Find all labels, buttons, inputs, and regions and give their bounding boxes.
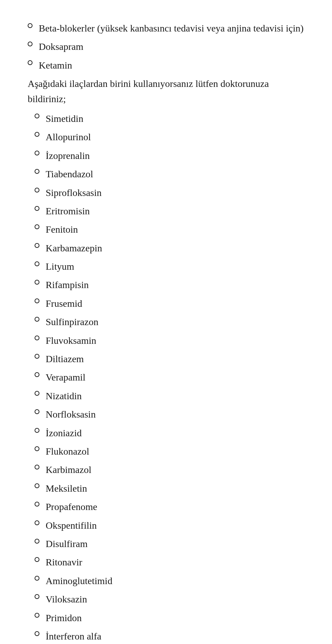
list-item: Frusemid (35, 296, 304, 311)
list-item: Allopurinol (35, 129, 304, 144)
list-item: Meksiletin (35, 481, 304, 496)
section-intro-text: Aşağıdaki ilaçlardan birini kullanıyorsa… (28, 76, 304, 106)
bullet-text: İzoprenalin (46, 148, 90, 163)
bullet-text: İnterferon alfa (46, 629, 101, 644)
bullet-text: Propafenome (46, 499, 97, 514)
list-item: Fluvoksamin (35, 333, 304, 348)
bullet-text: Doksapram (39, 39, 83, 54)
bullet-icon (35, 594, 39, 599)
list-item: Karbimazol (35, 462, 304, 477)
bullet-text: Ritonavir (46, 555, 82, 570)
bullet-icon (35, 317, 39, 322)
bullet-icon (35, 557, 39, 562)
bullet-text: Disulfiram (46, 536, 87, 551)
bullet-text: Sulfinpirazon (46, 314, 98, 329)
bullet-text: İzoniazid (46, 426, 82, 440)
bullet-icon (28, 23, 33, 28)
list-item: Eritromisin (35, 204, 304, 218)
bullet-icon (35, 354, 39, 359)
bullet-text: Meksiletin (46, 481, 87, 496)
content-area: Beta-blokerler (yüksek kanbasıncı tedavi… (28, 21, 304, 644)
bullet-text: Fluvoksamin (46, 333, 96, 348)
bullet-icon (35, 280, 39, 285)
list-item: Karbamazepin (35, 241, 304, 256)
bullet-text: Rifampisin (46, 277, 89, 292)
bullet-text: Tiabendazol (46, 167, 93, 181)
list-item: Disulfiram (35, 536, 304, 551)
bullet-icon (35, 261, 39, 266)
list-item: Flukonazol (35, 444, 304, 459)
bullet-icon (35, 114, 39, 118)
bullet-text: Karbimazol (46, 462, 91, 477)
bullet-text: Flukonazol (46, 444, 89, 459)
list-item: Doksapram (28, 39, 304, 54)
top-bullets-list: Beta-blokerler (yüksek kanbasıncı tedavi… (28, 21, 304, 73)
bullet-text: Allopurinol (46, 129, 91, 144)
sub-bullets-list: Simetidin Allopurinol İzoprenalin Tiaben… (28, 111, 304, 644)
list-item: Lityum (35, 259, 304, 274)
list-item: Ritonavir (35, 555, 304, 570)
bullet-text: Nizatidin (46, 388, 82, 403)
list-item: Ketamin (28, 58, 304, 73)
bullet-icon (35, 132, 39, 137)
bullet-text: Beta-blokerler (yüksek kanbasıncı tedavi… (39, 21, 304, 36)
bullet-icon (35, 336, 39, 340)
list-item: Verapamil (35, 370, 304, 385)
bullet-text: Viloksazin (46, 592, 87, 607)
page-container: Beta-blokerler (yüksek kanbasıncı tedavi… (0, 0, 332, 644)
bullet-icon (35, 243, 39, 248)
list-item: Diltiazem (35, 351, 304, 366)
bullet-icon (35, 409, 39, 414)
list-item: Norfloksasin (35, 407, 304, 422)
bullet-text: Aminoglutetimid (46, 573, 112, 588)
list-item: Propafenome (35, 499, 304, 514)
bullet-icon (35, 446, 39, 451)
bullet-icon (35, 483, 39, 488)
bullet-text: Eritromisin (46, 204, 90, 218)
bullet-icon (35, 631, 39, 636)
bullet-text: Frusemid (46, 296, 82, 311)
bullet-text: Karbamazepin (46, 241, 102, 256)
list-item: Okspentifilin (35, 518, 304, 533)
bullet-icon (35, 298, 39, 303)
list-item: Siprofloksasin (35, 185, 304, 200)
bullet-icon (35, 169, 39, 174)
bullet-text: Simetidin (46, 111, 83, 126)
bullet-icon (35, 502, 39, 507)
bullet-text: Lityum (46, 259, 74, 274)
bullet-icon (28, 60, 33, 65)
bullet-icon (35, 539, 39, 544)
bullet-icon (35, 188, 39, 193)
list-item: Nizatidin (35, 388, 304, 403)
list-item: Viloksazin (35, 592, 304, 607)
bullet-icon (35, 151, 39, 155)
bullet-icon (35, 613, 39, 618)
bullet-text: Verapamil (46, 370, 85, 385)
bullet-icon (28, 42, 33, 46)
bullet-text: Ketamin (39, 58, 72, 73)
list-item: Primidon (35, 610, 304, 625)
bullet-text: Siprofloksasin (46, 185, 102, 200)
bullet-text: Diltiazem (46, 351, 84, 366)
bullet-text: Okspentifilin (46, 518, 97, 533)
list-item: Sulfinpirazon (35, 314, 304, 329)
bullet-text: Primidon (46, 610, 82, 625)
list-item: İzoprenalin (35, 148, 304, 163)
list-item: Tiabendazol (35, 167, 304, 181)
bullet-icon (35, 372, 39, 377)
bullet-icon (35, 224, 39, 229)
bullet-icon (35, 520, 39, 525)
list-item: İnterferon alfa (35, 629, 304, 644)
list-item: Fenitoin (35, 222, 304, 237)
bullet-icon (35, 465, 39, 469)
bullet-icon (35, 428, 39, 433)
list-item: Rifampisin (35, 277, 304, 292)
bullet-icon (35, 206, 39, 211)
bullet-icon (35, 391, 39, 396)
bullet-text: Norfloksasin (46, 407, 96, 422)
bullet-icon (35, 576, 39, 581)
bullet-text: Fenitoin (46, 222, 78, 237)
list-item: İzoniazid (35, 426, 304, 440)
list-item: Aminoglutetimid (35, 573, 304, 588)
list-item: Beta-blokerler (yüksek kanbasıncı tedavi… (28, 21, 304, 36)
